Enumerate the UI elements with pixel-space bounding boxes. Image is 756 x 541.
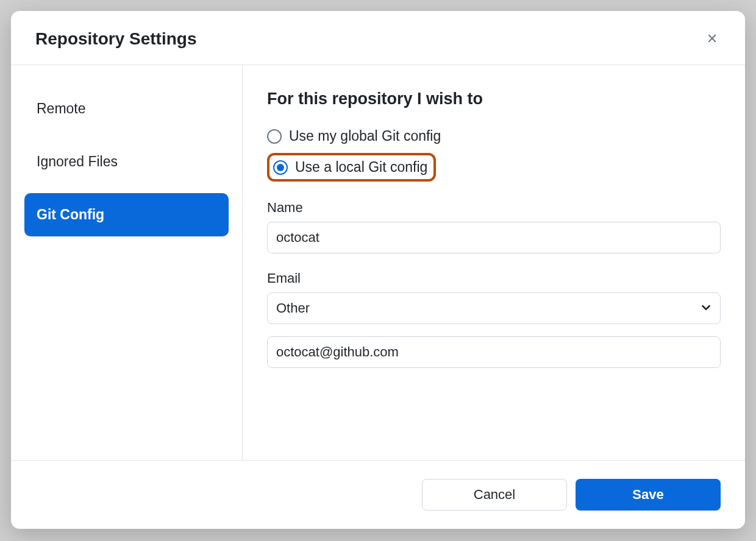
dialog-header: Repository Settings — [11, 11, 745, 65]
content-panel: For this repository I wish to Use my glo… — [243, 65, 745, 460]
close-button[interactable] — [704, 30, 721, 48]
close-icon — [705, 32, 719, 47]
email-select[interactable]: Other — [267, 292, 721, 324]
radio-use-global-config[interactable]: Use my global Git config — [267, 124, 721, 148]
sidebar: Remote Ignored Files Git Config — [11, 65, 243, 460]
radio-icon — [267, 129, 282, 144]
name-input[interactable] — [267, 222, 721, 253]
name-label: Name — [267, 200, 721, 216]
email-label: Email — [267, 270, 721, 286]
cancel-button[interactable]: Cancel — [422, 479, 567, 511]
dialog-footer: Cancel Save — [11, 460, 745, 529]
dialog-body: Remote Ignored Files Git Config For this… — [11, 65, 745, 460]
sidebar-item-ignored-files[interactable]: Ignored Files — [24, 140, 229, 183]
radio-use-local-config[interactable]: Use a local Git config — [267, 153, 436, 182]
dialog-title: Repository Settings — [35, 29, 196, 49]
sidebar-item-remote[interactable]: Remote — [24, 87, 229, 130]
git-config-radio-group: Use my global Git config Use a local Git… — [267, 124, 721, 182]
radio-label: Use my global Git config — [289, 128, 441, 144]
content-heading: For this repository I wish to — [267, 90, 721, 108]
save-button[interactable]: Save — [576, 479, 721, 511]
sidebar-item-git-config[interactable]: Git Config — [24, 193, 229, 236]
radio-icon — [273, 160, 288, 175]
repository-settings-dialog: Repository Settings Remote Ignored Files… — [11, 11, 745, 529]
radio-label: Use a local Git config — [295, 159, 427, 175]
email-select-wrap: Other — [267, 292, 721, 324]
email-input[interactable] — [267, 336, 721, 368]
